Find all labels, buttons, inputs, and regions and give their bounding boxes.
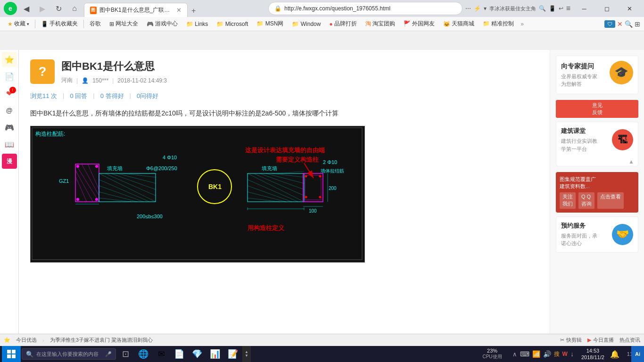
scroll-up-btn[interactable]: ▲	[556, 157, 638, 166]
bookmark-msn[interactable]: 📁 MSN网	[253, 18, 287, 29]
security-icon[interactable]: 🛡	[604, 20, 615, 28]
cpu-indicator[interactable]: 23% CPU使用	[479, 348, 504, 360]
active-tab[interactable]: 图 图中BK1是什么意思_广联达服务 ✕	[84, 3, 188, 17]
mobile-icon[interactable]: 📱	[549, 5, 556, 12]
meta-date: 2018-11-02 14:49:3	[117, 77, 167, 84]
taskbar-app2[interactable]: 📊	[206, 346, 223, 362]
back-btn2[interactable]: ↩	[559, 5, 563, 12]
show-more-apps[interactable]: ▲ ▼	[242, 346, 251, 362]
taskbar-app1[interactable]: 💎	[189, 346, 206, 362]
new-tab-button[interactable]: +	[188, 5, 199, 17]
address-bar[interactable]: 🔒 http://e.fwxgx.com/question_1976055.ht…	[268, 2, 462, 15]
more-bookmarks[interactable]: »	[519, 21, 526, 27]
sougou-icon[interactable]: 搜	[554, 350, 560, 358]
stat-answers[interactable]: 0 回答	[70, 92, 87, 100]
course-info: 建筑课堂 建筑行业实训教学第一平台	[561, 127, 608, 153]
today-live-btn[interactable]: ▶ 今日直播	[587, 337, 614, 344]
taskbar-browser[interactable]: 🌐	[135, 346, 152, 362]
bookmark-nav[interactable]: ⊞ 网址大全	[106, 18, 142, 29]
close-icon2[interactable]: ✕	[617, 20, 623, 28]
stat-views[interactable]: 浏览11 次	[30, 92, 57, 100]
stat-good[interactable]: 0 答得好	[100, 92, 124, 100]
tray-expand[interactable]: ∧	[512, 351, 517, 358]
start-button[interactable]	[2, 346, 21, 362]
bookmark-links[interactable]: 📁 Links	[182, 19, 212, 29]
ai-button[interactable]: Ai	[631, 346, 644, 362]
minimize-button[interactable]: ─	[573, 1, 595, 16]
nav-home[interactable]: ⌂	[68, 2, 81, 15]
taskbar-email[interactable]: ✉	[153, 346, 170, 362]
svg-text:填充墙: 填充墙	[261, 165, 277, 171]
bookmark-window[interactable]: 📁 Window	[288, 19, 324, 29]
menu-icon[interactable]: ≡	[566, 4, 570, 13]
close-button[interactable]: ✕	[619, 1, 640, 16]
news-text[interactable]: 为季泽惟生3子嫁不进袁门 粱洛施泗泪刺我心	[50, 337, 153, 344]
bookmark-game[interactable]: 🎮 游戏中心	[143, 18, 182, 29]
bookmark-taobao[interactable]: 淘 淘宝团购	[362, 18, 399, 29]
wps-icon[interactable]: W	[562, 351, 568, 357]
tab-close-btn[interactable]: ✕	[176, 7, 182, 14]
sidebar-item-book[interactable]: 📖	[2, 137, 17, 152]
sidebar-item-doc[interactable]: 📄	[2, 69, 17, 84]
search-icon2[interactable]: 🔍	[625, 20, 633, 28]
network-icon[interactable]: 📶	[532, 350, 540, 358]
person-icon: 👤	[82, 77, 89, 84]
nav-forward[interactable]: ▶	[36, 2, 49, 15]
quick-edit-btn[interactable]: ✂ 快剪辑	[560, 337, 582, 344]
sidebar-item-star[interactable]: ⭐	[2, 52, 17, 67]
taskbar-right: 23% CPU使用 ∧ ⌨ 📶 🔊 搜 W ↓ 14:53 2018/11/2 …	[479, 347, 642, 361]
opinion-btn[interactable]: 意见反馈	[556, 100, 638, 118]
action-center-icon[interactable]: 🔔	[608, 350, 621, 359]
sidebar-item-manga[interactable]: 漫	[2, 154, 17, 169]
share-icon[interactable]: ⋯	[465, 5, 471, 12]
sidebar-item-game[interactable]: 🎮	[2, 120, 17, 135]
stats-sep3: |	[130, 92, 131, 100]
taskbar-pdf[interactable]: 📄	[171, 346, 188, 362]
stat-helpful[interactable]: 0问得好	[137, 92, 158, 100]
follow-btn[interactable]: 关注我们	[560, 192, 576, 209]
today-select[interactable]: 今日优选	[16, 337, 37, 344]
speaker-icon[interactable]: 🔊	[543, 350, 551, 358]
bookmark-label-collect: 收藏	[14, 20, 25, 28]
course-icon: 🏗	[612, 129, 633, 150]
pdf-icon: 📄	[174, 349, 184, 359]
sidebar-item-weibo[interactable]: ❤ !	[2, 86, 17, 101]
bookmark-google[interactable]: 谷歌	[86, 18, 105, 29]
bookmark-mobile[interactable]: 📱 手机收藏夹	[37, 18, 82, 29]
svg-rect-66	[7, 354, 11, 358]
mic-icon[interactable]: 🎤	[105, 351, 112, 357]
taskbar-search-box[interactable]: 🔍 在这里输入你要搜索的内容 🎤	[22, 348, 116, 360]
bookmark-precision[interactable]: 📁 精准控制	[479, 18, 518, 29]
hot-news-btn[interactable]: 热点资讯	[619, 337, 640, 344]
bookmark-tmall[interactable]: 🐱 天猫商城	[439, 18, 478, 29]
nav-refresh[interactable]: ↻	[52, 2, 65, 15]
qq-btn[interactable]: Q Q咨询	[578, 192, 594, 209]
dropdown-icon[interactable]: ▾	[484, 5, 487, 12]
bookmark-brand[interactable]: ● 品牌打折	[325, 18, 360, 29]
course-content: 建筑课堂 建筑行业实训教学第一平台 🏗	[556, 122, 638, 157]
taskbar-time[interactable]: 14:53 2018/11/2	[581, 347, 604, 361]
grid-view-icon[interactable]: ⊞	[635, 20, 640, 28]
ad-buttons: 关注我们 Q Q咨询 点击查看	[560, 192, 635, 209]
scissors-icon: ✂	[560, 337, 564, 343]
nav-back[interactable]: ◀	[20, 2, 33, 15]
lightning-icon[interactable]: ⚡	[474, 5, 481, 12]
view-btn[interactable]: 点击查看	[597, 192, 624, 209]
bookmark-microsoft[interactable]: 📁 Microsoft	[213, 19, 252, 29]
star-sidebar-icon: ⭐	[5, 55, 14, 64]
search-btn[interactable]: 🔍	[539, 5, 546, 12]
restore-button[interactable]: ◻	[596, 1, 618, 16]
taskbar-app3[interactable]: 📝	[224, 346, 241, 362]
ad-banner[interactable]: 图集规范覆盖广 建筑资料数... 关注我们 Q Q咨询 点击查看	[556, 172, 638, 213]
separator	[35, 20, 35, 28]
lock-icon: 🔒	[274, 5, 281, 12]
bookmark-foreign[interactable]: 🚩 外国网友	[400, 18, 438, 29]
taskbar-task-view[interactable]: ⊡	[117, 346, 134, 362]
date-display: 2018/11/2	[581, 354, 604, 361]
keyboard-icon[interactable]: ⌨	[520, 350, 529, 358]
status-bar: ⭐ 今日优选 › 为季泽惟生3子嫁不进袁门 粱洛施泗泪刺我心 ✂ 快剪辑 ▶ 今…	[0, 334, 644, 346]
bookmark-collect[interactable]: ★ 收藏 ▾	[4, 18, 33, 29]
sidebar-item-mail[interactable]: @	[2, 103, 17, 118]
stats-sep2: |	[93, 92, 94, 100]
download-arrow[interactable]: ↓	[570, 350, 574, 358]
